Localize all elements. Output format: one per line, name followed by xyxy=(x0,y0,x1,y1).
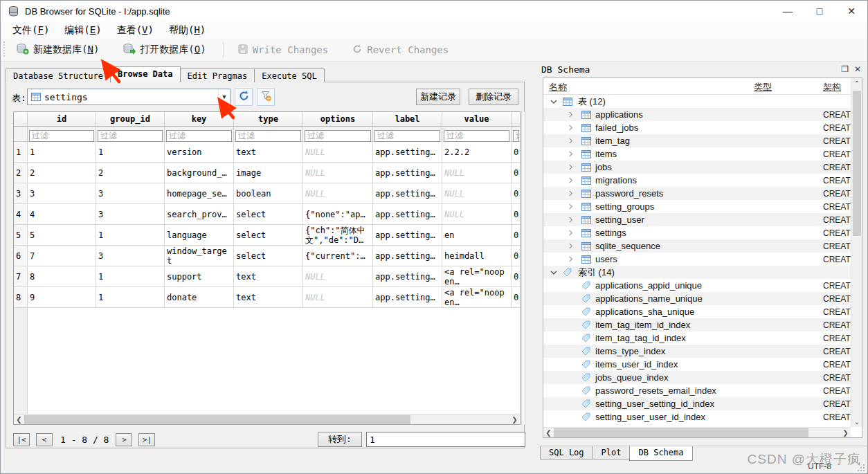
grid-cell[interactable]: 0 xyxy=(512,287,521,308)
schema-column-header[interactable]: 架构 xyxy=(823,81,841,93)
tab-execute-sql[interactable]: Execute SQL xyxy=(254,69,324,82)
grid-cell[interactable]: background_… xyxy=(165,163,234,183)
maximize-button[interactable]: □ xyxy=(804,1,835,21)
scroll-left-icon[interactable]: ❮ xyxy=(14,414,24,425)
tree-item-row[interactable]: itemsCREATI xyxy=(543,147,851,161)
expand-chevron-icon[interactable] xyxy=(568,138,574,144)
bottom-tab-plot[interactable]: Plot xyxy=(593,446,631,459)
scroll-left-icon[interactable]: ❮ xyxy=(543,428,554,438)
tree-horizontal-scrollbar[interactable]: ❮ ❯ xyxy=(543,427,851,437)
grid-cell[interactable]: donate xyxy=(165,287,234,308)
grid-cell[interactable]: select xyxy=(234,246,303,266)
tab-edit-pragmas[interactable]: Edit Pragmas xyxy=(180,69,255,82)
tree-item-row[interactable]: usersCREATI xyxy=(543,253,851,266)
grid-cell[interactable]: 1 xyxy=(28,142,96,163)
grid-cell[interactable]: {"none":"ap… xyxy=(303,204,373,225)
collapse-chevron-icon[interactable] xyxy=(550,98,557,105)
grid-cell[interactable]: app.setting… xyxy=(373,287,442,308)
tree-item-row[interactable]: item_tag_tag_id_indexCREATI xyxy=(543,331,851,345)
expand-chevron-icon[interactable] xyxy=(568,125,574,131)
grid-cell[interactable]: NULL xyxy=(303,183,373,204)
grid-cell[interactable]: 2 xyxy=(28,163,96,183)
expand-chevron-icon[interactable] xyxy=(568,164,574,170)
grid-cell[interactable]: 4 xyxy=(28,204,96,225)
tab-browse-data[interactable]: Browse Data xyxy=(110,66,180,82)
menu-item[interactable]: 查看(V) xyxy=(109,23,161,38)
grid-cell[interactable]: 0 xyxy=(512,183,521,204)
grid-cell[interactable]: 2.2.2 xyxy=(442,142,512,163)
grid-cell[interactable]: {"ch":"简体中文","de":"D… xyxy=(303,225,373,246)
table-row[interactable]: 111versiontextNULLapp.setting…2.2.20 xyxy=(14,142,520,163)
open-database-button[interactable]: 打开数据库(O) xyxy=(116,40,213,60)
column-header-type[interactable]: type xyxy=(234,112,303,127)
column-header-options[interactable]: options xyxy=(303,112,373,127)
grid-cell[interactable]: 1 xyxy=(96,287,165,308)
table-row[interactable]: 222background_…imageNULLapp.setting…NULL… xyxy=(14,163,520,183)
bottom-tab-db-schema[interactable]: DB Schema xyxy=(629,446,692,461)
grid-cell[interactable]: 0 xyxy=(512,163,521,183)
filter-input[interactable] xyxy=(444,130,509,142)
grid-cell[interactable]: 7 xyxy=(28,246,96,266)
menu-item[interactable]: 编辑(E) xyxy=(57,23,109,38)
grid-horizontal-scrollbar[interactable]: ❮ ❯ xyxy=(14,414,520,424)
tree-item-row[interactable]: applicationsCREATI xyxy=(543,108,851,121)
tree-item-row[interactable]: applications_sha_uniqueCREATI xyxy=(543,305,851,318)
tree-item-row[interactable]: items_type_indexCREATI xyxy=(543,345,851,358)
tree-item-row[interactable]: jobsCREATI xyxy=(543,161,851,174)
grid-cell[interactable]: NULL xyxy=(442,163,512,183)
name-column-header[interactable]: 名称 xyxy=(549,81,567,93)
grid-cell[interactable]: text xyxy=(234,142,303,163)
menu-item[interactable]: 文件(F) xyxy=(5,23,57,38)
column-header-value[interactable]: value xyxy=(442,112,512,127)
grid-cell[interactable]: language xyxy=(165,225,234,246)
tree-item-row[interactable]: settingsCREATI xyxy=(543,226,851,239)
minimize-button[interactable]: — xyxy=(772,1,804,21)
tree-item-row[interactable]: failed_jobsCREATI xyxy=(543,121,851,134)
grid-cell[interactable]: app.setting… xyxy=(373,163,442,183)
grid-cell[interactable]: <a rel="noopen… xyxy=(442,287,512,308)
grid-vertical-scrollbar[interactable] xyxy=(521,111,526,425)
expand-chevron-icon[interactable] xyxy=(568,203,574,210)
grid-cell[interactable]: 3 xyxy=(28,183,96,204)
expand-chevron-icon[interactable] xyxy=(568,111,574,118)
tree-item-row[interactable]: password_resets_email_indexCREATI xyxy=(543,384,851,397)
tree-item-row[interactable]: item_tag_item_id_indexCREATI xyxy=(543,318,851,331)
grid-cell[interactable]: 0 xyxy=(512,266,521,287)
bottom-tab-sql-log[interactable]: SQL Log xyxy=(540,446,593,459)
filter-input[interactable] xyxy=(513,130,519,142)
scroll-right-icon[interactable]: ❯ xyxy=(509,414,520,425)
grid-cell[interactable]: text xyxy=(234,287,303,308)
goto-input[interactable] xyxy=(366,432,525,447)
tree-item-row[interactable]: setting_user_setting_id_indexCREATI xyxy=(543,397,851,410)
grid-cell[interactable]: 0 xyxy=(512,142,521,163)
tree-item-row[interactable]: migrationsCREATI xyxy=(543,174,851,187)
table-row[interactable]: 443search_prov…select{"none":"ap…app.set… xyxy=(14,204,520,225)
delete-record-button[interactable]: 删除记录 xyxy=(469,89,518,105)
grid-cell[interactable]: homepage_se… xyxy=(165,183,234,204)
tree-item-row[interactable]: applications_name_uniqueCREATI xyxy=(543,292,851,305)
grid-cell[interactable]: 3 xyxy=(96,204,165,225)
grid-cell[interactable]: image xyxy=(234,163,303,183)
filter-input[interactable] xyxy=(235,130,301,142)
tree-item-row[interactable]: setting_user_user_id_indexCREATI xyxy=(543,410,851,423)
dropdown-arrow-icon[interactable]: ▼ xyxy=(218,89,230,104)
nav-next-button[interactable]: > xyxy=(116,433,132,446)
scroll-up-icon[interactable]: ⌃ xyxy=(851,78,862,89)
grid-cell[interactable]: 1 xyxy=(96,266,165,287)
grid-cell[interactable]: 9 xyxy=(28,287,96,308)
grid-hscroll-thumb[interactable] xyxy=(24,415,410,424)
goto-button[interactable]: 转到: xyxy=(318,432,362,447)
table-row[interactable]: 781supporttextNULLapp.setting…<a rel="no… xyxy=(14,266,520,287)
tree-item-row[interactable]: applications_appid_uniqueCREATI xyxy=(543,279,851,292)
menu-item[interactable]: 帮助(H) xyxy=(161,23,213,38)
grid-cell[interactable]: NULL xyxy=(303,142,373,163)
scroll-down-icon[interactable]: ⌄ xyxy=(851,417,862,427)
table-row[interactable]: 891donatetextNULLapp.setting…<a rel="noo… xyxy=(14,287,520,308)
tree-item-row[interactable]: items_user_id_indexCREATI xyxy=(543,358,851,371)
scroll-right-icon[interactable]: ❯ xyxy=(840,428,851,438)
dock-float-icon[interactable]: ❐ xyxy=(841,64,849,74)
grid-cell[interactable]: 3 xyxy=(96,246,165,266)
expand-chevron-icon[interactable] xyxy=(568,217,574,223)
filter-input[interactable] xyxy=(98,130,163,142)
grid-cell[interactable]: 8 xyxy=(28,266,96,287)
